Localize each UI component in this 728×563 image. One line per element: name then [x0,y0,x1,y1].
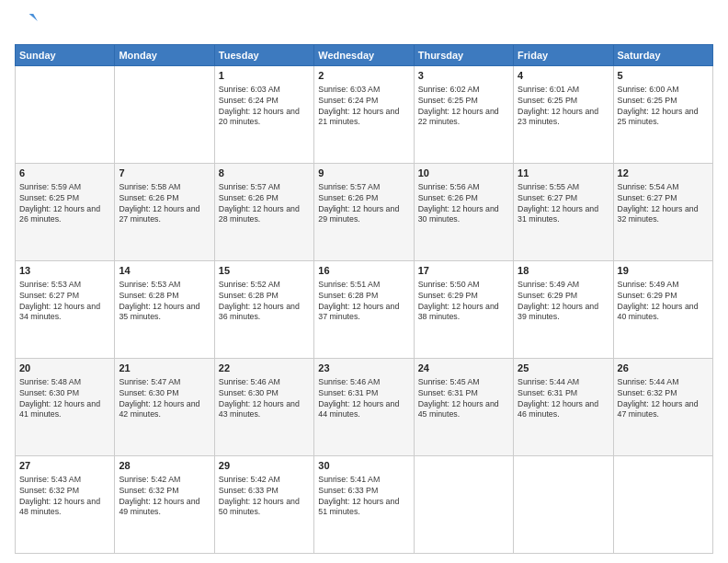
header [15,11,713,37]
day-info: Sunrise: 5:42 AM Sunset: 6:33 PM Dayligh… [219,475,310,519]
day-number: 28 [119,459,210,473]
day-info: Sunrise: 5:47 AM Sunset: 6:30 PM Dayligh… [119,377,210,421]
day-number: 12 [618,167,709,180]
day-cell: 9Sunrise: 5:57 AM Sunset: 6:26 PM Daylig… [314,164,414,261]
day-cell: 26Sunrise: 5:44 AM Sunset: 6:32 PM Dayli… [613,359,712,456]
day-cell: 24Sunrise: 5:45 AM Sunset: 6:31 PM Dayli… [414,359,513,456]
day-cell: 19Sunrise: 5:49 AM Sunset: 6:29 PM Dayli… [613,261,712,359]
day-number: 3 [418,69,509,83]
day-info: Sunrise: 6:03 AM Sunset: 6:24 PM Dayligh… [318,85,409,129]
day-number: 7 [119,167,210,180]
day-cell: 12Sunrise: 5:54 AM Sunset: 6:27 PM Dayli… [613,164,712,261]
svg-marker-0 [29,14,38,21]
day-number: 26 [618,362,709,375]
day-number: 18 [518,264,609,278]
day-info: Sunrise: 5:44 AM Sunset: 6:32 PM Dayligh… [618,377,709,421]
week-row-4: 20Sunrise: 5:48 AM Sunset: 6:30 PM Dayli… [16,359,713,456]
day-cell: 25Sunrise: 5:44 AM Sunset: 6:31 PM Dayli… [514,359,613,456]
day-number: 20 [19,362,110,375]
logo-icon [15,11,40,37]
day-info: Sunrise: 5:57 AM Sunset: 6:26 PM Dayligh… [318,182,409,226]
day-number: 13 [19,264,110,278]
day-cell: 21Sunrise: 5:47 AM Sunset: 6:30 PM Dayli… [115,359,214,456]
day-cell: 28Sunrise: 5:42 AM Sunset: 6:32 PM Dayli… [115,456,214,554]
day-cell: 13Sunrise: 5:53 AM Sunset: 6:27 PM Dayli… [16,261,115,359]
day-info: Sunrise: 5:50 AM Sunset: 6:29 PM Dayligh… [418,280,509,324]
day-number: 30 [318,459,409,473]
day-info: Sunrise: 5:43 AM Sunset: 6:32 PM Dayligh… [19,475,110,519]
day-number: 15 [219,264,310,278]
day-cell: 27Sunrise: 5:43 AM Sunset: 6:32 PM Dayli… [16,456,115,554]
day-info: Sunrise: 5:41 AM Sunset: 6:33 PM Dayligh… [318,475,409,519]
day-info: Sunrise: 5:46 AM Sunset: 6:30 PM Dayligh… [219,377,310,421]
week-row-5: 27Sunrise: 5:43 AM Sunset: 6:32 PM Dayli… [16,456,713,554]
day-header-monday: Monday [115,45,214,66]
day-cell: 20Sunrise: 5:48 AM Sunset: 6:30 PM Dayli… [16,359,115,456]
day-cell: 18Sunrise: 5:49 AM Sunset: 6:29 PM Dayli… [514,261,613,359]
day-number: 29 [219,459,310,473]
day-cell: 30Sunrise: 5:41 AM Sunset: 6:33 PM Dayli… [314,456,414,554]
day-info: Sunrise: 5:53 AM Sunset: 6:28 PM Dayligh… [119,280,210,324]
day-info: Sunrise: 6:03 AM Sunset: 6:24 PM Dayligh… [219,85,310,129]
day-info: Sunrise: 5:56 AM Sunset: 6:26 PM Dayligh… [418,182,509,226]
day-info: Sunrise: 5:45 AM Sunset: 6:31 PM Dayligh… [418,377,509,421]
day-number: 19 [618,264,709,278]
day-number: 11 [518,167,609,180]
day-cell: 4Sunrise: 6:01 AM Sunset: 6:25 PM Daylig… [514,66,613,164]
day-info: Sunrise: 5:59 AM Sunset: 6:25 PM Dayligh… [19,182,110,226]
week-row-3: 13Sunrise: 5:53 AM Sunset: 6:27 PM Dayli… [16,261,713,359]
day-header-wednesday: Wednesday [314,45,414,66]
day-number: 24 [418,362,509,375]
calendar-header: SundayMondayTuesdayWednesdayThursdayFrid… [16,45,713,66]
day-number: 2 [318,69,409,83]
day-number: 6 [19,167,110,180]
day-info: Sunrise: 6:01 AM Sunset: 6:25 PM Dayligh… [518,85,609,129]
day-cell: 17Sunrise: 5:50 AM Sunset: 6:29 PM Dayli… [414,261,513,359]
day-number: 25 [518,362,609,375]
day-cell: 2Sunrise: 6:03 AM Sunset: 6:24 PM Daylig… [314,66,414,164]
day-header-tuesday: Tuesday [214,45,313,66]
day-info: Sunrise: 5:42 AM Sunset: 6:32 PM Dayligh… [119,475,210,519]
day-cell: 7Sunrise: 5:58 AM Sunset: 6:26 PM Daylig… [115,164,214,261]
page: SundayMondayTuesdayWednesdayThursdayFrid… [0,0,728,563]
day-number: 27 [19,459,110,473]
day-number: 21 [119,362,210,375]
day-cell: 3Sunrise: 6:02 AM Sunset: 6:25 PM Daylig… [414,66,513,164]
day-number: 8 [219,167,310,180]
calendar-table: SundayMondayTuesdayWednesdayThursdayFrid… [15,44,713,554]
header-row: SundayMondayTuesdayWednesdayThursdayFrid… [16,45,713,66]
day-number: 14 [119,264,210,278]
day-number: 4 [518,69,609,83]
day-info: Sunrise: 5:44 AM Sunset: 6:31 PM Dayligh… [518,377,609,421]
day-cell: 15Sunrise: 5:52 AM Sunset: 6:28 PM Dayli… [214,261,313,359]
day-cell: 11Sunrise: 5:55 AM Sunset: 6:27 PM Dayli… [514,164,613,261]
day-header-sunday: Sunday [16,45,115,66]
calendar-body: 1Sunrise: 6:03 AM Sunset: 6:24 PM Daylig… [16,66,713,554]
day-cell: 6Sunrise: 5:59 AM Sunset: 6:25 PM Daylig… [16,164,115,261]
day-number: 23 [318,362,409,375]
day-cell: 10Sunrise: 5:56 AM Sunset: 6:26 PM Dayli… [414,164,513,261]
logo [15,11,44,37]
day-header-thursday: Thursday [414,45,513,66]
day-cell: 22Sunrise: 5:46 AM Sunset: 6:30 PM Dayli… [214,359,313,456]
day-number: 5 [618,69,709,83]
week-row-2: 6Sunrise: 5:59 AM Sunset: 6:25 PM Daylig… [16,164,713,261]
day-info: Sunrise: 5:49 AM Sunset: 6:29 PM Dayligh… [618,280,709,324]
day-info: Sunrise: 5:52 AM Sunset: 6:28 PM Dayligh… [219,280,310,324]
day-info: Sunrise: 5:55 AM Sunset: 6:27 PM Dayligh… [518,182,609,226]
day-info: Sunrise: 6:02 AM Sunset: 6:25 PM Dayligh… [418,85,509,129]
day-cell [414,456,513,554]
day-cell: 23Sunrise: 5:46 AM Sunset: 6:31 PM Dayli… [314,359,414,456]
day-cell: 5Sunrise: 6:00 AM Sunset: 6:25 PM Daylig… [613,66,712,164]
day-info: Sunrise: 5:51 AM Sunset: 6:28 PM Dayligh… [318,280,409,324]
day-number: 1 [219,69,310,83]
day-info: Sunrise: 5:48 AM Sunset: 6:30 PM Dayligh… [19,377,110,421]
day-header-friday: Friday [514,45,613,66]
day-cell: 14Sunrise: 5:53 AM Sunset: 6:28 PM Dayli… [115,261,214,359]
day-cell [16,66,115,164]
day-info: Sunrise: 5:46 AM Sunset: 6:31 PM Dayligh… [318,377,409,421]
day-info: Sunrise: 5:49 AM Sunset: 6:29 PM Dayligh… [518,280,609,324]
day-cell [115,66,214,164]
day-number: 9 [318,167,409,180]
day-number: 17 [418,264,509,278]
